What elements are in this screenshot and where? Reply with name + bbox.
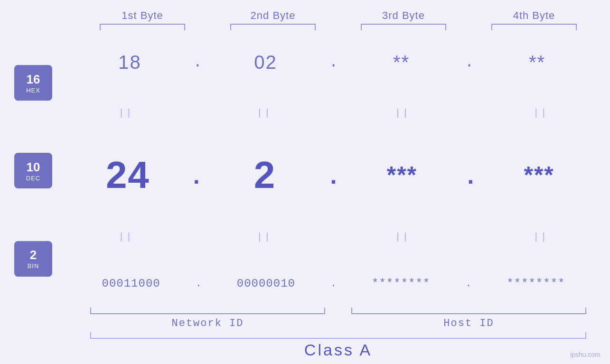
- hex-v4: **: [474, 52, 601, 73]
- bin-row: 00011000 . 00000010 . ******** . *******…: [66, 277, 601, 290]
- class-label: Class A: [90, 341, 586, 359]
- dec-badge-label: DEC: [26, 175, 40, 182]
- dec-dot-1: .: [189, 164, 204, 191]
- byte-header-row: 1st Byte 2nd Byte 3rd Byte 4th Byte: [77, 9, 600, 22]
- eq2-c4: ||: [481, 232, 601, 243]
- bin-v4: ********: [471, 277, 601, 290]
- eq2-c1: ||: [66, 232, 186, 243]
- network-bracket-wrapper: [77, 308, 338, 314]
- class-bracket: [90, 332, 586, 339]
- dec-v3: ***: [341, 161, 464, 189]
- network-bracket: [90, 308, 325, 314]
- bracket-cell-3: [338, 24, 469, 30]
- id-labels-row: Network ID Host ID: [77, 317, 600, 329]
- byte3-header: 3rd Byte: [338, 9, 469, 22]
- bin-v2: 00000010: [201, 277, 330, 290]
- equals-row-2: || || || ||: [66, 232, 601, 243]
- host-bracket-wrapper: [338, 308, 600, 314]
- byte2-header: 2nd Byte: [208, 9, 338, 22]
- dec-badge: 10 DEC: [14, 153, 52, 188]
- eq1-c2: ||: [205, 108, 324, 119]
- bin-v3: ********: [337, 277, 466, 290]
- hex-v3: **: [338, 52, 465, 73]
- bottom-bracket-row: [77, 308, 600, 316]
- dec-v2: 2: [204, 153, 327, 197]
- hex-dot-2: .: [329, 54, 338, 71]
- class-label-row: Class A: [77, 341, 600, 359]
- dec-dot-2: .: [326, 164, 340, 191]
- main-container: 1st Byte 2nd Byte 3rd Byte 4th Byte 16 H…: [0, 0, 610, 364]
- bin-badge-number: 2: [30, 248, 37, 262]
- bin-dot-1: .: [196, 278, 201, 289]
- bracket-cell-1: [77, 24, 208, 30]
- hex-v1: 18: [66, 52, 193, 73]
- bin-badge: 2 BIN: [14, 241, 52, 277]
- hex-row: 18 . 02 . ** . **: [66, 52, 601, 73]
- hex-dot-1: .: [193, 54, 202, 71]
- eq1-c1: ||: [66, 108, 186, 119]
- byte1-header: 1st Byte: [77, 9, 208, 22]
- dec-row: 24 . 2 . *** . ***: [66, 153, 601, 197]
- watermark: ipshu.com: [570, 351, 601, 358]
- bracket-top-2: [230, 24, 316, 30]
- eq1-c4: ||: [481, 108, 601, 119]
- hex-badge: 16 HEX: [14, 65, 52, 101]
- bracket-cell-4: [469, 24, 600, 30]
- dec-v1: 24: [66, 153, 189, 197]
- dec-badge-number: 10: [27, 160, 40, 175]
- eq1-c3: ||: [343, 108, 462, 119]
- hex-dot-3: .: [465, 54, 474, 71]
- hex-badge-number: 16: [27, 72, 40, 87]
- bracket-top-4: [491, 24, 577, 30]
- eq2-c3: ||: [343, 232, 462, 243]
- dec-v4: ***: [478, 161, 601, 189]
- hex-badge-label: HEX: [26, 87, 40, 94]
- eq2-c2: ||: [205, 232, 324, 243]
- class-bracket-row: [77, 332, 600, 339]
- network-id-label: Network ID: [77, 317, 338, 329]
- bin-dot-2: .: [330, 278, 336, 289]
- bin-dot-3: .: [466, 278, 471, 289]
- byte4-header: 4th Byte: [469, 9, 600, 22]
- top-bracket-row: [77, 24, 600, 30]
- hex-v2: 02: [202, 52, 329, 73]
- host-bracket: [351, 308, 586, 314]
- dec-dot-3: .: [463, 164, 478, 191]
- host-id-label: Host ID: [338, 317, 600, 329]
- bracket-top-3: [361, 24, 446, 30]
- bin-v1: 00011000: [66, 277, 196, 290]
- bracket-cell-2: [208, 24, 338, 30]
- bracket-top-1: [100, 24, 185, 30]
- bin-badge-label: BIN: [28, 262, 39, 270]
- left-badges-column: 16 HEX 10 DEC 2 BIN: [0, 34, 66, 308]
- equals-row-1: || || || ||: [66, 108, 601, 119]
